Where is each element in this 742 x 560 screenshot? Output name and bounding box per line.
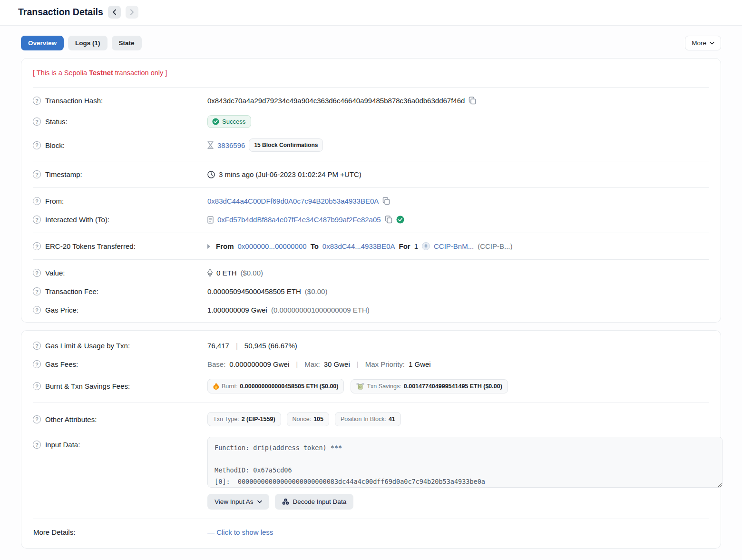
gas-limit-row: ? Gas Limit & Usage by Txn: 76,417 | 50,… — [33, 336, 709, 355]
transaction-fee-row: ? Transaction Fee: 0.000050945000458505 … — [33, 282, 709, 301]
base-fee-label: Base: — [207, 360, 225, 368]
from-row: ? From: 0x83dC44a4C00DFf69d0A0c7c94B20b5… — [33, 192, 709, 210]
help-icon[interactable]: ? — [33, 216, 41, 224]
block-row: ? Block: 3836596 15 Block Confirmations — [33, 133, 709, 157]
more-details-row: More Details: — Click to show less — [33, 523, 709, 541]
max-fee-value: 30 Gwei — [324, 360, 350, 368]
help-icon[interactable]: ? — [33, 170, 41, 178]
block-confirmations-badge: 15 Block Confirmations — [249, 138, 323, 152]
from-address-link[interactable]: 0x83dC44a4C00DFf69d0A0c7c94B20b53a4933BE… — [207, 197, 379, 205]
gas-limit-value: 76,417 — [207, 342, 229, 350]
expand-caret-icon[interactable] — [207, 244, 210, 249]
help-icon[interactable]: ? — [33, 118, 41, 126]
max-priority-fee-value: 1 Gwei — [409, 360, 431, 368]
txn-type-value: 2 (EIP-1559) — [242, 416, 275, 422]
decode-input-data-button[interactable]: Decode Input Data — [275, 494, 354, 510]
transaction-hash-value: 0x843dc70a4a29d79234c49a904c363d6c46640a… — [207, 97, 465, 105]
divider — [33, 87, 709, 88]
other-attributes-row: ? Other Attributes: Txn Type: 2 (EIP-155… — [33, 407, 709, 432]
status-row: ? Status: Success — [33, 110, 709, 133]
value-row: ? Value: 0 ETH ($0.00) — [33, 264, 709, 282]
gas-price-label: Gas Price: — [45, 306, 78, 314]
erc20-for-label: For — [399, 242, 410, 250]
txn-savings-label: Txn Savings: — [367, 383, 401, 390]
position-in-block-label: Position In Block: — [341, 416, 386, 422]
erc20-to-address-link[interactable]: 0x83dC44...4933BE0A — [322, 242, 395, 250]
tab-state[interactable]: State — [112, 36, 142, 50]
help-icon[interactable]: ? — [33, 269, 41, 277]
page-title: Transaction Details — [18, 7, 103, 18]
more-dropdown-button[interactable]: More — [685, 36, 721, 50]
divider — [33, 519, 709, 519]
prev-transaction-button[interactable] — [108, 6, 121, 19]
help-icon[interactable]: ? — [33, 97, 41, 105]
page-header: Transaction Details — [0, 0, 742, 26]
txn-savings-badge: Txn Savings: 0.001477404999541495 ETH ($… — [351, 379, 508, 393]
timestamp-value: 3 mins ago (Jul-06-2023 01:02:24 PM +UTC… — [219, 170, 361, 178]
chevron-right-icon — [130, 9, 134, 15]
tab-overview[interactable]: Overview — [21, 36, 64, 50]
interacted-with-row: ? Interacted With (To): 0xFd57b4ddBf88a4… — [33, 210, 709, 229]
next-transaction-button[interactable] — [126, 6, 138, 19]
more-button-label: More — [692, 39, 706, 47]
base-fee-value: 0.000000009 Gwei — [229, 360, 289, 368]
transaction-hash-label: Transaction Hash: — [45, 97, 103, 105]
max-fee-label: Max: — [304, 360, 320, 368]
separator: | — [354, 360, 361, 368]
value-label: Value: — [45, 269, 65, 277]
copy-to-address-button[interactable] — [385, 216, 392, 224]
warning-suffix: transaction only ] — [113, 69, 167, 77]
gas-price-row: ? Gas Price: 1.000000009 Gwei (0.0000000… — [33, 301, 709, 319]
divider — [33, 259, 709, 260]
erc20-to-label: To — [311, 242, 319, 250]
help-icon[interactable]: ? — [33, 441, 41, 449]
chevron-down-icon — [257, 500, 262, 503]
click-to-show-less-link[interactable]: — Click to show less — [207, 528, 273, 536]
chevron-down-icon — [710, 41, 714, 45]
burnt-savings-row: ? Burnt & Txn Savings Fees: Burnt: 0.000… — [33, 373, 709, 399]
erc20-from-address-link[interactable]: 0x000000...00000000 — [238, 242, 307, 250]
transaction-fee-amount: 0.000050945000458505 ETH — [207, 287, 301, 295]
testnet-warning: [ This is a Sepolia Testnet transaction … — [33, 61, 709, 83]
check-circle-icon — [212, 118, 219, 125]
help-icon[interactable]: ? — [33, 360, 41, 368]
help-icon[interactable]: ? — [33, 242, 41, 250]
view-input-as-label: View Input As — [215, 498, 254, 505]
warning-prefix: [ This is a Sepolia — [33, 69, 89, 77]
copy-from-address-button[interactable] — [382, 197, 390, 205]
input-data-label: Input Data: — [45, 441, 80, 449]
token-icon — [422, 242, 430, 250]
burnt-fee-label: Burnt: — [222, 383, 237, 390]
to-address-link[interactable]: 0xFd57b4ddBf88a4e07fF4e34C487b99af2Fe82a… — [217, 216, 381, 224]
txn-type-badge: Txn Type: 2 (EIP-1559) — [207, 412, 281, 426]
help-icon[interactable]: ? — [33, 415, 41, 423]
gas-limit-label: Gas Limit & Usage by Txn: — [45, 342, 130, 350]
help-icon[interactable]: ? — [33, 306, 41, 314]
other-attributes-label: Other Attributes: — [45, 415, 97, 423]
overview-card: [ This is a Sepolia Testnet transaction … — [21, 58, 721, 323]
more-details-label: More Details: — [33, 528, 75, 536]
input-data-row: ? Input Data: Function: drip(address tok… — [33, 432, 709, 515]
tab-list: Overview Logs (1) State — [21, 36, 142, 50]
help-icon[interactable]: ? — [33, 141, 41, 149]
divider — [33, 187, 709, 188]
gas-price-amount: 1.000000009 Gwei — [207, 306, 267, 314]
help-icon[interactable]: ? — [33, 287, 41, 295]
position-in-block-badge: Position In Block: 41 — [335, 412, 401, 426]
view-input-as-button[interactable]: View Input As — [207, 494, 269, 510]
separator: | — [233, 342, 241, 350]
help-icon[interactable]: ? — [33, 382, 41, 390]
tab-logs[interactable]: Logs (1) — [68, 36, 107, 50]
copy-hash-button[interactable] — [469, 97, 476, 105]
help-icon[interactable]: ? — [33, 342, 41, 350]
nonce-label: Nonce: — [293, 416, 312, 422]
input-data-textarea[interactable]: Function: drip(address token) *** Method… — [207, 437, 722, 488]
burnt-fee-badge: Burnt: 0.000000000000458505 ETH ($0.00) — [207, 379, 344, 393]
token-name-link[interactable]: CCIP-BnM... — [434, 242, 474, 250]
gas-usage-value: 50,945 (66.67%) — [244, 342, 297, 350]
block-number-link[interactable]: 3836596 — [217, 141, 245, 149]
chevron-left-icon — [112, 9, 117, 15]
erc20-amount: 1 — [414, 242, 418, 250]
help-icon[interactable]: ? — [33, 197, 41, 205]
gas-fees-label: Gas Fees: — [45, 360, 78, 368]
